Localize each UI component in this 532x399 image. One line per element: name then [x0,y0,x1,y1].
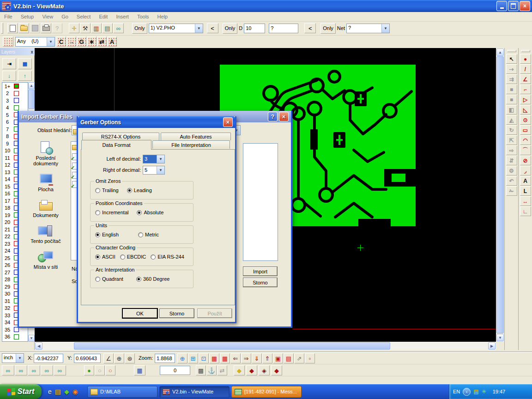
flash-solid-button[interactable]: ◆ [246,365,257,375]
dcode-filter-field[interactable]: ? [269,24,298,33]
insert-pad-tool[interactable]: ● [520,54,531,64]
insert-route-tool[interactable]: ∟ [520,206,531,216]
scroll-left-icon[interactable]: ◀ [35,342,42,350]
cancel-button[interactable]: Storno [159,308,194,318]
menu-item[interactable]: Help [153,13,172,20]
copy-tool[interactable]: ⇉ [506,74,517,84]
highlight-point-button[interactable]: ✛ [69,23,79,33]
radio-360-degree[interactable]: 360 Degree [136,276,170,282]
radio-eia-rs244[interactable]: EIA RS-244 [151,254,184,260]
horizontal-scrollbar[interactable]: ◀ ▶ [35,342,496,350]
close-icon[interactable]: × [223,117,233,127]
color-film-button[interactable]: ▤ [102,23,113,33]
select-pointer-tool[interactable]: ↖ [506,54,517,64]
select-region-button[interactable]: ▫ [305,353,315,363]
chevron-down-icon[interactable]: ▼ [157,166,164,174]
insert-arc-tool[interactable]: ◠ [520,135,531,145]
radio-quadrant[interactable]: Quadrant [95,276,123,282]
origin-crosshair-button[interactable]: ⊕ [114,353,124,363]
zoom-in-button[interactable]: ⊕ [177,353,187,363]
layer-row[interactable]: 4 [2,104,28,112]
language-indicator[interactable]: EN [453,389,460,394]
task-messenger[interactable]: [191-482-091] - Mess... [231,386,302,398]
layer-up-button[interactable]: ↑ [18,71,32,81]
x-coordinate-field[interactable]: -0.942237 [34,354,63,363]
firefox-quicklaunch-icon[interactable]: ◉ [73,388,78,395]
dcode-value-field[interactable]: 10 [244,24,265,33]
pan-up-button[interactable]: ⇑ [262,353,272,363]
insert-circle-tool[interactable]: ⊙ [520,115,531,125]
view-lines-glasses-button[interactable]: ∞ [15,365,27,375]
radio-icon[interactable] [120,254,125,260]
layer-stack-button[interactable]: ▦ [18,58,32,69]
scroll-up-icon[interactable]: ▲ [28,82,35,89]
tab-data-format[interactable]: Data Format [81,140,151,150]
scroll-right-icon[interactable]: ▶ [488,342,496,350]
zoom-value-field[interactable]: 1.8868 [155,354,175,363]
close-icon[interactable]: x [30,49,33,54]
insert-arrow-tool[interactable]: ▷ [520,95,531,104]
vertical-scrollbar[interactable]: ▲ ▼ [496,48,504,342]
step-grid-button[interactable]: ▣ [273,353,283,363]
radio-leading[interactable]: Leading [127,187,152,193]
insert-line-tool[interactable]: / [520,64,531,74]
tray-icq-icon[interactable]: ✳ [482,389,486,394]
select-component-button[interactable]: C [56,36,66,47]
menu-item[interactable]: Select [73,13,95,20]
insert-curve-tool[interactable]: ◞ [520,166,531,175]
radio-ebcdic[interactable]: EBCDIC [120,254,146,260]
layer-color-swatch[interactable] [14,105,19,110]
layer-goto-button[interactable]: ⇥ [2,58,16,69]
flash-mixed-button[interactable]: ◈ [259,365,270,375]
tab-file-interpretation[interactable]: File Interpretation [152,140,230,149]
preview-glasses-button[interactable]: ∞ [113,23,124,33]
layer-color-swatch[interactable] [14,98,19,103]
fill-rect-tool[interactable]: ■ [506,85,517,94]
insert-corner-tool[interactable]: ∠ [520,74,531,84]
context-help-button[interactable]: ? [52,23,62,33]
dialog-titlebar[interactable]: Gerber Options × [78,116,235,128]
radio-icon[interactable] [127,188,132,193]
close-button[interactable]: × [520,1,530,11]
radio-ascii[interactable]: ASCII [95,254,115,260]
chevron-down-icon[interactable]: ▼ [47,37,54,46]
chevron-down-icon[interactable]: ▼ [16,354,24,363]
scroll-up-icon[interactable]: ▲ [496,48,504,56]
select-goto-button[interactable]: → [66,36,76,47]
swap-grid-button[interactable]: ▤ [284,353,294,363]
fill-rect-alt-tool[interactable]: ■ [506,95,517,104]
open-file-button[interactable] [18,23,29,33]
scale-tool[interactable]: ⇱ [506,135,517,145]
highlight-on-button[interactable]: ● [84,365,94,375]
cancel-button[interactable]: Storno [243,278,278,287]
ie-quicklaunch-icon[interactable]: e [48,388,52,395]
menu-item[interactable]: Edit [95,13,112,20]
pan-down-button[interactable]: ⇓ [252,353,262,363]
right-of-decimal-combo[interactable]: 5 ▼ [143,166,165,175]
tray-message-icon[interactable]: ▤ [473,389,478,394]
layer-combo[interactable]: 1) V2.PHO▼ [149,24,203,33]
previous-net-button[interactable]: < [304,23,316,33]
zoom-window-button[interactable]: ⊞ [188,353,198,363]
tools-button[interactable]: ⚒ [80,23,91,33]
task-viewmate[interactable]: V2.bin - ViewMate [159,386,230,398]
flash-bright-button[interactable]: ◆ [234,365,245,375]
left-of-decimal-combo[interactable]: 3 ▼ [143,155,165,163]
aperture-pattern-button[interactable] [3,36,13,47]
select-group-button[interactable]: G [77,36,86,47]
only-net-toggle[interactable]: Only [320,23,336,34]
save-file-button[interactable] [30,23,40,33]
view-dot-glasses-button[interactable]: ∞ [41,365,53,375]
split-view-button[interactable]: ▦ [134,365,145,375]
film-view-button[interactable]: ▥ [91,23,102,33]
radio-icon[interactable] [136,277,141,282]
scrollbar-thumb[interactable] [28,90,35,109]
radio-icon[interactable] [95,277,100,282]
insert-triangle-tool[interactable]: ◺ [520,105,531,115]
pan-right-button[interactable]: ⇒ [241,353,251,363]
move-tool[interactable]: ⇢ [506,64,517,74]
tab-auto-features[interactable]: Auto Features [161,133,231,140]
place-my-computer[interactable]: Tento počítač [24,224,68,244]
probe-lamp-button[interactable]: ○ [105,365,115,375]
zoom-redraw-button[interactable]: ⊡ [199,353,209,363]
